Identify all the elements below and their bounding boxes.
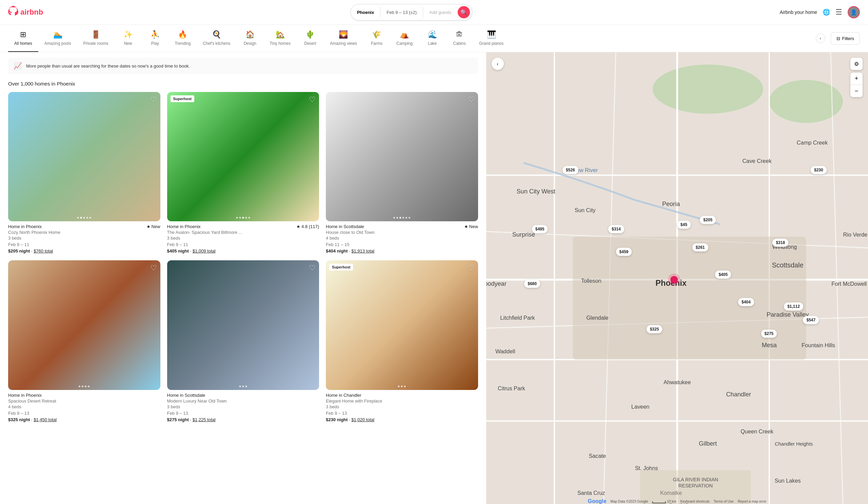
guests-search[interactable]: Add guests	[423, 7, 458, 18]
dot	[88, 385, 90, 387]
category-item-cabins[interactable]: 🏚Cabins	[446, 25, 473, 52]
price-marker-m4[interactable]: $314	[608, 225, 624, 233]
location-search[interactable]: Phoenix	[351, 7, 381, 18]
price-marker-m13[interactable]: $325	[647, 325, 662, 333]
airbnb-home-link[interactable]: Airbnb your home	[779, 10, 817, 15]
map-data-text: Map Data ©2023 Google	[611, 500, 648, 503]
price-marker-m2[interactable]: $230	[811, 166, 827, 174]
price-marker-m10[interactable]: $680	[524, 280, 540, 288]
listing-header: Home in Phoenix	[8, 393, 161, 398]
search-button[interactable]: 🔍	[458, 6, 470, 18]
wishlist-button[interactable]: ♡	[150, 264, 157, 273]
dot	[86, 217, 88, 219]
price-marker-m14[interactable]: $275	[761, 330, 777, 338]
listing-description: House close to Old Town	[326, 230, 478, 235]
zoom-out-button[interactable]: −	[850, 85, 862, 97]
dot	[396, 217, 398, 219]
listing-image	[326, 260, 478, 390]
map-settings-button[interactable]: ⚙	[850, 58, 862, 70]
scroll-right-arrow[interactable]: ›	[816, 33, 825, 43]
listing-dates: Feb 9 – 13	[326, 411, 478, 416]
price-marker-m16[interactable]: $547	[803, 316, 819, 324]
category-item-desert[interactable]: 🌵Desert	[297, 25, 324, 52]
dot	[77, 217, 79, 219]
category-item-new[interactable]: ✨New	[114, 25, 141, 52]
category-item-all-homes[interactable]: ⊞All homes	[8, 25, 38, 52]
price-marker-m11[interactable]: $405	[715, 271, 731, 279]
svg-text:Waddell: Waddell	[495, 348, 515, 354]
category-item-camping[interactable]: ⛺Camping	[390, 25, 419, 52]
logo[interactable]: airbnb	[8, 6, 43, 19]
category-item-amazing-pools[interactable]: 🏊Amazing pools	[38, 25, 77, 52]
logo-icon	[8, 6, 18, 19]
category-item-lake[interactable]: 🌊Lake	[419, 25, 446, 52]
svg-text:Camp Creek: Camp Creek	[796, 140, 828, 145]
dates-search[interactable]: Feb 9 – 13 (±2)	[380, 7, 423, 18]
listing-title: Home in Phoenix	[167, 224, 201, 229]
terms-of-use[interactable]: Terms of Use	[714, 500, 734, 503]
category-item-private-rooms[interactable]: 🚪Private rooms	[77, 25, 114, 52]
svg-text:Citrus Park: Citrus Park	[498, 385, 525, 391]
listing-price-total: $1,225 total	[193, 417, 216, 422]
main-layout: 📈 More people than usual are searching f…	[0, 52, 868, 504]
listing-card-listing-3[interactable]: ♡ Home in Scottsdale ★ New House close t…	[326, 92, 478, 253]
category-item-grand-pianos[interactable]: 🎹Grand pianos	[473, 25, 510, 52]
listing-card-listing-6[interactable]: Superhost ♡ Home in Chandler Elegant Hom…	[326, 260, 478, 422]
price-marker-m3[interactable]: $495	[532, 225, 548, 233]
listing-beds: 3 beds	[326, 404, 478, 409]
listing-image	[326, 92, 478, 221]
svg-text:RESERVATION: RESERVATION	[678, 483, 712, 488]
listing-price: $230 night · $1,020 total	[326, 417, 478, 422]
price-marker-m1[interactable]: $526	[562, 166, 578, 174]
listing-image	[8, 260, 161, 390]
price-marker-m6[interactable]: $45	[677, 221, 691, 229]
results-count: Over 1,000 homes in Phoenix	[8, 81, 478, 87]
svg-text:Mesa: Mesa	[762, 342, 777, 349]
category-item-design[interactable]: 🏠Design	[236, 25, 264, 52]
category-item-tiny-homes[interactable]: 🏡Tiny homes	[264, 25, 297, 52]
listing-description: Modern Luxury Near Old Town	[167, 399, 319, 404]
dot	[239, 217, 241, 219]
price-marker-m5[interactable]: $459	[616, 248, 632, 256]
report-error[interactable]: Report a map error	[738, 500, 766, 503]
price-marker-m9[interactable]: $318	[772, 239, 788, 247]
listing-card-listing-5[interactable]: ♡ Home in Scottsdale Modern Luxury Near …	[167, 260, 319, 422]
price-marker-m12[interactable]: $404	[738, 298, 754, 306]
listing-card-listing-4[interactable]: ♡ Home in Phoenix Spacious Desert Retrea…	[8, 260, 161, 422]
wishlist-button[interactable]: ♡	[468, 95, 475, 104]
category-item-chefs-kitchens[interactable]: 🍳Chef's kitchens	[197, 25, 236, 52]
category-icon-amazing-pools: 🏊	[53, 30, 62, 39]
listing-header: Home in Phoenix ★ 4.8 (117)	[167, 224, 319, 229]
listing-info: Home in Phoenix Spacious Desert Retreat …	[8, 390, 161, 422]
price-marker-m8[interactable]: $261	[692, 243, 708, 252]
avatar[interactable]: 👤	[848, 6, 860, 18]
category-icon-lake: 🌊	[428, 30, 437, 39]
wishlist-button[interactable]: ♡	[468, 264, 475, 273]
category-item-trending[interactable]: 🔥Trending	[168, 25, 197, 52]
zoom-in-button[interactable]: +	[850, 73, 862, 85]
price-marker-m7[interactable]: $205	[700, 216, 716, 224]
wishlist-button[interactable]: ♡	[150, 95, 157, 104]
header: airbnb Phoenix Feb 9 – 13 (±2) Add guest…	[0, 0, 868, 25]
globe-button[interactable]: 🌐	[823, 9, 830, 16]
keyboard-shortcuts[interactable]: Keyboard shortcuts	[681, 500, 710, 503]
listing-beds: 3 beds	[167, 235, 319, 241]
category-item-amazing-views[interactable]: 🌄Amazing views	[324, 25, 363, 52]
filters-button[interactable]: ⊟ Filters	[831, 32, 860, 45]
category-item-farms[interactable]: 🌾Farms	[363, 25, 390, 52]
dot	[248, 217, 250, 219]
svg-text:Cave Creek: Cave Creek	[742, 158, 772, 164]
map-collapse-button[interactable]: ‹	[492, 58, 504, 70]
svg-text:Fort McDowell: Fort McDowell	[831, 281, 867, 287]
listing-price-total: $1,020 total	[351, 417, 374, 422]
listing-card-listing-2[interactable]: Superhost ♡ Home in Phoenix ★ 4.8 (117) …	[167, 92, 319, 253]
listing-info: Home in Scottsdale Modern Luxury Near Ol…	[167, 390, 319, 422]
listing-card-listing-1[interactable]: ♡ Home in Phoenix ★ New Cozy North Phoen…	[8, 92, 161, 253]
wishlist-button[interactable]: ♡	[309, 264, 316, 273]
category-icon-amazing-views: 🌄	[339, 30, 348, 39]
price-marker-m15[interactable]: $1,112	[784, 302, 803, 311]
category-item-play[interactable]: ⛹Play	[141, 25, 168, 52]
menu-button[interactable]: ☰	[836, 8, 842, 17]
wishlist-button[interactable]: ♡	[309, 95, 316, 104]
svg-text:Sun City: Sun City	[575, 207, 596, 213]
